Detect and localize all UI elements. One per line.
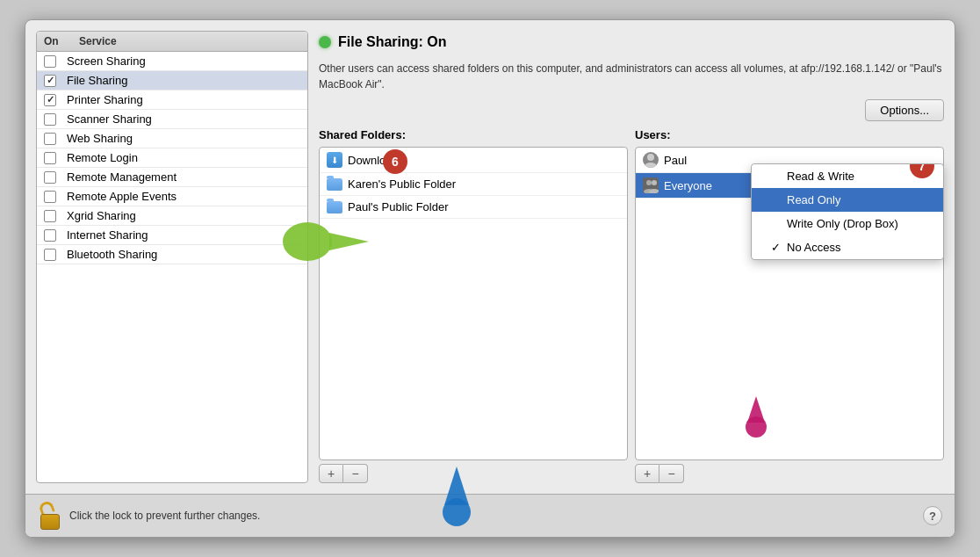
user-label-everyone: Everyone [664, 179, 712, 192]
blue-drop-annotation [439, 467, 474, 494]
dropdown-label-no-access: No Access [787, 241, 840, 254]
users-column: Users: Paul Everyone [635, 128, 944, 483]
checkbox-remote-apple-events[interactable] [44, 191, 56, 203]
svg-marker-9 [747, 396, 765, 423]
check-read-only [769, 193, 782, 206]
status-description: Other users can access shared folders on… [319, 61, 944, 92]
status-title: File Sharing: On [338, 34, 447, 50]
svg-marker-11 [444, 467, 469, 494]
permissions-dropdown: 7 Read & Write Read Only Write O [751, 163, 944, 260]
pauls-folder-icon [327, 201, 342, 213]
folders-list-box: Downloads 6 Karen's Public Folder [319, 147, 628, 460]
svg-point-2 [646, 180, 652, 185]
users-controls: + − [635, 464, 944, 483]
checkbox-remote-management[interactable] [44, 171, 56, 184]
svg-point-1 [645, 163, 657, 168]
checkbox-scanner-sharing[interactable] [44, 113, 56, 126]
check-write-only [769, 217, 782, 230]
service-label-screen-sharing: Screen Sharing [67, 54, 146, 68]
shared-folders-label: Shared Folders: [319, 128, 628, 141]
service-row-printer-sharing[interactable]: Printer Sharing [37, 90, 307, 110]
checkbox-web-sharing[interactable] [44, 133, 56, 145]
dropdown-item-no-access[interactable]: ✓ No Access [752, 235, 943, 259]
right-panel: File Sharing: On Other users can access … [319, 31, 944, 483]
service-row-scanner-sharing[interactable]: Scanner Sharing [37, 110, 307, 129]
svg-point-6 [283, 222, 332, 261]
folder-label-karens: Karen's Public Folder [348, 177, 456, 191]
dropdown-label-read-only: Read Only [787, 193, 840, 206]
lock-area[interactable]: Click the lock to prevent further change… [38, 502, 260, 530]
folder-label-pauls: Paul's Public Folder [348, 200, 448, 213]
service-row-file-sharing[interactable]: File Sharing [37, 71, 307, 90]
user-label-paul: Paul [664, 154, 687, 167]
options-row: Options... [319, 99, 944, 121]
service-row-web-sharing[interactable]: Web Sharing [37, 129, 307, 148]
lock-body [40, 514, 60, 530]
services-header: On Service [37, 32, 307, 52]
folder-column: Shared Folders: Downloads 6 Kar [319, 128, 628, 483]
checkbox-bluetooth-sharing[interactable] [44, 249, 56, 261]
service-row-screen-sharing[interactable]: Screen Sharing [37, 52, 307, 71]
folder-item-downloads[interactable]: Downloads 6 [320, 148, 627, 173]
add-user-button[interactable]: + [635, 464, 659, 483]
service-label-xgrid-sharing: Xgrid Sharing [67, 209, 136, 222]
sharing-window: On Service Screen SharingFile SharingPri… [25, 19, 955, 538]
dropdown-item-read-only[interactable]: Read Only [752, 188, 943, 212]
users-label: Users: [635, 128, 944, 141]
karens-folder-icon [327, 178, 342, 191]
remove-user-button[interactable]: − [659, 464, 684, 483]
annotation-bubble-6: 6 [383, 149, 407, 174]
checkbox-printer-sharing[interactable] [44, 94, 56, 106]
bottom-bar: Click the lock to prevent further change… [25, 494, 955, 537]
paul-user-icon [643, 152, 659, 168]
services-panel: On Service Screen SharingFile SharingPri… [36, 31, 308, 483]
header-on-label: On [44, 35, 79, 47]
services-list: Screen SharingFile SharingPrinter Sharin… [37, 52, 307, 264]
service-label-remote-login: Remote Login [67, 151, 138, 164]
data-area: Shared Folders: Downloads 6 Kar [319, 128, 944, 483]
help-button[interactable]: ? [923, 506, 942, 525]
status-indicator [319, 36, 331, 48]
pink-drop-annotation [743, 396, 769, 443]
status-bar: File Sharing: On [319, 31, 944, 54]
everyone-group-icon [643, 177, 659, 193]
dropdown-item-write-only[interactable]: Write Only (Drop Box) [752, 212, 943, 235]
service-label-bluetooth-sharing: Bluetooth Sharing [67, 248, 157, 261]
service-label-remote-apple-events: Remote Apple Events [67, 190, 177, 203]
checkbox-xgrid-sharing[interactable] [44, 210, 56, 222]
service-label-remote-management: Remote Management [67, 170, 177, 184]
service-row-internet-sharing[interactable]: Internet Sharing [37, 226, 307, 245]
service-label-file-sharing: File Sharing [67, 74, 127, 87]
checkbox-screen-sharing[interactable] [44, 55, 56, 68]
header-service-label: Service [79, 35, 117, 47]
content-area: On Service Screen SharingFile SharingPri… [25, 20, 955, 494]
service-row-remote-management[interactable]: Remote Management [37, 168, 307, 187]
lock-icon [38, 502, 62, 530]
check-no-access: ✓ [769, 241, 782, 254]
service-label-internet-sharing: Internet Sharing [67, 228, 148, 242]
add-folder-button[interactable]: + [319, 464, 343, 483]
service-label-web-sharing: Web Sharing [67, 132, 133, 145]
svg-point-3 [652, 180, 657, 185]
svg-point-0 [647, 154, 654, 161]
service-row-bluetooth-sharing[interactable]: Bluetooth Sharing [37, 245, 307, 264]
service-row-remote-apple-events[interactable]: Remote Apple Events [37, 187, 307, 206]
downloads-folder-icon [327, 152, 342, 168]
service-label-scanner-sharing: Scanner Sharing [67, 112, 152, 126]
folder-item-karens[interactable]: Karen's Public Folder [320, 173, 627, 196]
service-row-remote-login[interactable]: Remote Login [37, 148, 307, 168]
remove-folder-button[interactable]: − [343, 464, 368, 483]
dropdown-label-read-write: Read & Write [787, 170, 854, 183]
check-read-write [769, 170, 782, 183]
svg-marker-7 [329, 233, 369, 250]
lock-label: Click the lock to prevent further change… [69, 510, 260, 522]
checkbox-remote-login[interactable] [44, 152, 56, 164]
service-row-xgrid-sharing[interactable]: Xgrid Sharing [37, 206, 307, 226]
folder-item-pauls[interactable]: Paul's Public Folder [320, 196, 627, 219]
checkbox-file-sharing[interactable] [44, 75, 56, 87]
checkbox-internet-sharing[interactable] [44, 229, 56, 242]
green-arrow-annotation [281, 220, 369, 266]
options-button[interactable]: Options... [865, 99, 944, 121]
service-label-printer-sharing: Printer Sharing [67, 93, 143, 106]
dropdown-label-write-only: Write Only (Drop Box) [787, 217, 898, 230]
